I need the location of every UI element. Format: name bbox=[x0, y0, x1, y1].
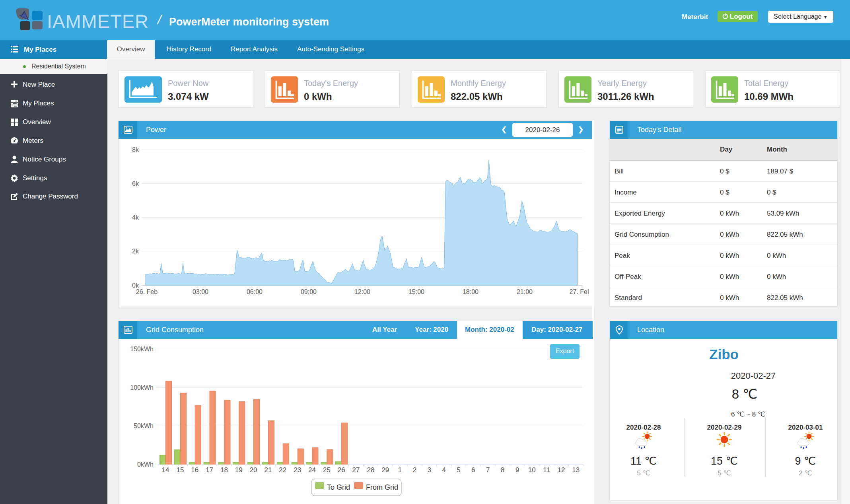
svg-text:50kWh: 50kWh bbox=[134, 422, 154, 429]
svg-text:0k: 0k bbox=[132, 282, 139, 289]
svg-text:25: 25 bbox=[323, 466, 331, 474]
svg-text:24: 24 bbox=[308, 466, 316, 474]
svg-text:100kWh: 100kWh bbox=[130, 384, 154, 391]
svg-text:16: 16 bbox=[191, 466, 198, 474]
svg-text:09:00: 09:00 bbox=[301, 288, 317, 295]
svg-text:5: 5 bbox=[457, 466, 460, 474]
svg-text:21:00: 21:00 bbox=[517, 288, 533, 295]
svg-text:150kWh: 150kWh bbox=[130, 346, 154, 352]
svg-text:27: 27 bbox=[352, 466, 360, 474]
svg-text:12: 12 bbox=[558, 466, 565, 474]
svg-text:6: 6 bbox=[471, 466, 475, 474]
svg-text:From Grid: From Grid bbox=[366, 483, 398, 491]
svg-text:03:00: 03:00 bbox=[193, 288, 208, 295]
svg-text:06:00: 06:00 bbox=[247, 288, 263, 295]
svg-text:22: 22 bbox=[279, 466, 286, 474]
svg-text:29: 29 bbox=[381, 466, 389, 474]
svg-text:26: 26 bbox=[338, 466, 345, 474]
svg-text:17: 17 bbox=[206, 466, 213, 474]
svg-text:10: 10 bbox=[528, 466, 536, 474]
svg-text:19: 19 bbox=[235, 466, 243, 474]
svg-text:2: 2 bbox=[413, 466, 416, 474]
svg-text:21: 21 bbox=[265, 466, 272, 474]
svg-text:18:00: 18:00 bbox=[463, 288, 478, 295]
svg-text:20: 20 bbox=[250, 466, 257, 474]
svg-text:4k: 4k bbox=[132, 214, 139, 221]
svg-text:11: 11 bbox=[543, 466, 550, 474]
svg-text:8: 8 bbox=[501, 466, 504, 474]
svg-text:7: 7 bbox=[486, 466, 490, 474]
svg-text:23: 23 bbox=[294, 466, 301, 474]
svg-text:18: 18 bbox=[220, 466, 228, 474]
svg-text:0kWh: 0kWh bbox=[137, 461, 154, 468]
svg-text:4: 4 bbox=[442, 466, 445, 474]
svg-text:12:00: 12:00 bbox=[354, 288, 370, 295]
svg-text:15:00: 15:00 bbox=[408, 288, 424, 295]
svg-text:27. Fel: 27. Fel bbox=[570, 288, 589, 295]
svg-text:9: 9 bbox=[515, 466, 519, 474]
svg-text:To Grid: To Grid bbox=[327, 483, 350, 491]
svg-text:13: 13 bbox=[572, 466, 580, 474]
svg-text:2k: 2k bbox=[132, 248, 139, 255]
svg-text:15: 15 bbox=[176, 466, 184, 474]
svg-text:28: 28 bbox=[367, 466, 374, 474]
svg-text:3: 3 bbox=[428, 466, 431, 474]
svg-text:26. Feb: 26. Feb bbox=[136, 288, 158, 295]
svg-text:14: 14 bbox=[162, 466, 169, 474]
svg-text:1: 1 bbox=[398, 466, 402, 474]
svg-text:8k: 8k bbox=[132, 146, 139, 153]
svg-text:6k: 6k bbox=[132, 180, 139, 187]
